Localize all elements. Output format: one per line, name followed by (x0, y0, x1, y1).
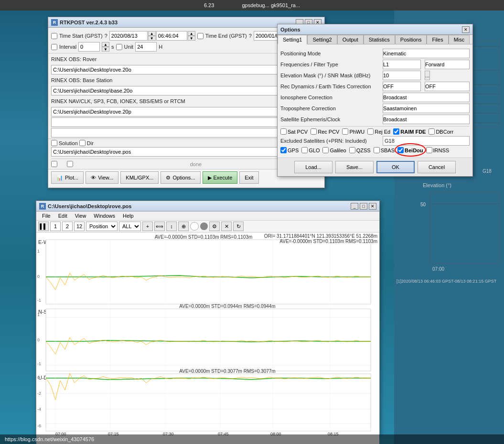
beidou-check[interactable] (397, 147, 404, 153)
plot-minimize[interactable]: _ (351, 203, 358, 210)
frequencies-select[interactable]: L1 (383, 60, 421, 69)
plot-vert-btn[interactable]: ↕ (166, 222, 177, 231)
interval-down[interactable]: ▼ (102, 47, 109, 52)
save-button[interactable]: Save... (335, 161, 374, 173)
menu-view[interactable]: View (71, 212, 90, 220)
earth-tides-select[interactable]: OFF (425, 82, 470, 91)
execute-button[interactable]: ▶ Execute (203, 171, 238, 184)
plot-refresh-btn[interactable]: ↻ (233, 222, 244, 231)
snr-mask-btn[interactable]: ... (425, 71, 430, 80)
plot-dot-btn[interactable] (200, 222, 208, 230)
plot-maximize[interactable]: □ (360, 203, 367, 210)
raimfde-check[interactable] (393, 128, 399, 135)
elevation-mask-select[interactable]: 10 (383, 71, 421, 80)
positioning-mode-select[interactable]: Kinematic (383, 49, 470, 58)
plot-pos-mode[interactable]: Position (86, 222, 118, 231)
tab-files[interactable]: Files (427, 35, 448, 44)
options-button[interactable]: ⚙ Options... (161, 171, 200, 184)
filter-select[interactable]: Forward (425, 60, 470, 69)
rejed-check[interactable] (367, 128, 374, 135)
tab-misc[interactable]: Misc (449, 35, 470, 44)
plot-menubar: File Edit View Windows Help (36, 211, 379, 221)
options-controls[interactable]: ✕ (462, 26, 470, 33)
satellite-ephemeris-select[interactable]: Broadcast (383, 115, 470, 124)
options-close-button[interactable]: ✕ (462, 26, 470, 33)
menu-edit[interactable]: Edit (54, 212, 71, 220)
tab-output[interactable]: Output (337, 35, 364, 44)
plot-circle-btn[interactable] (190, 222, 199, 231)
ionosphere-select[interactable]: Broadcast (383, 93, 470, 102)
plot-num2[interactable] (62, 222, 73, 231)
solution-path[interactable] (51, 147, 310, 157)
time-end-check[interactable] (197, 33, 204, 39)
menu-help[interactable]: Help (119, 212, 138, 220)
plot-num12[interactable] (74, 222, 85, 231)
rec-dynamics-select[interactable]: OFF (383, 82, 421, 91)
phwu-check[interactable] (342, 128, 348, 135)
play-pause-btn[interactable]: ▌▌ (38, 222, 49, 231)
gps-item: GPS (280, 147, 299, 153)
svg-text:AVE=0.0000m STD=0.0944m RMS=0.: AVE=0.0000m STD=0.0944m RMS=0.0944m (179, 304, 275, 309)
galileo-check[interactable] (322, 147, 329, 153)
extra-path5[interactable] (51, 128, 310, 137)
unit-value[interactable] (135, 42, 157, 52)
ionosphere-row: Ionosphere Correction Broadcast (280, 93, 470, 102)
extra-path4[interactable] (51, 117, 310, 127)
time-start-time-up[interactable]: ▲ (188, 31, 195, 36)
rec-pcv-check[interactable] (311, 128, 317, 135)
excluded-satellites-input[interactable] (383, 136, 470, 146)
rinex-rover-path[interactable] (51, 65, 310, 74)
interval-value[interactable] (78, 42, 100, 52)
rinex-nav-path[interactable] (51, 107, 310, 116)
load-button[interactable]: Load... (294, 161, 332, 173)
done-checkbox1[interactable] (51, 161, 57, 167)
interval-check[interactable] (51, 44, 57, 50)
svg-text:0: 0 (37, 375, 40, 380)
menu-file[interactable]: File (38, 212, 54, 220)
plot-all-mode[interactable]: ALL (119, 222, 141, 231)
unit-check[interactable] (116, 44, 122, 50)
irnss-check[interactable] (426, 147, 432, 153)
time-start-check[interactable] (51, 33, 57, 39)
time-start-date[interactable] (109, 31, 148, 41)
rinex-base-path[interactable] (51, 86, 310, 95)
cancel-button[interactable]: Cancel (418, 161, 456, 173)
troposphere-select[interactable]: Saastamoinen (383, 104, 470, 113)
sbas-check[interactable] (374, 147, 380, 153)
plot-add-btn[interactable]: + (142, 222, 153, 231)
plot-button[interactable]: 📊 Plot... (51, 171, 84, 184)
plot-controls[interactable]: _ □ ✕ (351, 203, 376, 210)
tab-setting2[interactable]: Setting2 (307, 35, 337, 44)
exit-button[interactable]: Exit (239, 171, 258, 184)
ok-button[interactable]: OK (376, 161, 415, 173)
time-start-date-down[interactable]: ▼ (148, 36, 156, 41)
glo-check[interactable] (301, 147, 308, 153)
solution-check[interactable] (51, 140, 57, 146)
gps-check[interactable] (280, 147, 287, 153)
sat-pcv-check[interactable] (280, 128, 287, 135)
time-start-time[interactable] (156, 31, 187, 41)
plot-close[interactable]: ✕ (369, 203, 376, 210)
sat-pcv-item: Sat PCV (280, 128, 308, 135)
plot-center-btn[interactable]: ⊕ (178, 222, 189, 231)
qzss-check[interactable] (349, 147, 355, 153)
done-checkbox2[interactable] (67, 161, 73, 167)
plot-settings-btn[interactable]: ⚙ (209, 222, 220, 231)
dbcorr-check[interactable] (429, 128, 435, 135)
plot-nav-btn[interactable]: ⟺ (154, 222, 165, 231)
menu-windows[interactable]: Windows (90, 212, 119, 220)
svg-text:Elevation (°): Elevation (°) (423, 182, 451, 188)
time-start-date-up[interactable]: ▲ (148, 31, 156, 36)
view-button[interactable]: 👁 View... (86, 171, 118, 184)
interval-up[interactable]: ▲ (102, 42, 109, 47)
tab-positions[interactable]: Positions (395, 35, 427, 44)
irnss-item: IRNSS (426, 147, 450, 153)
time-start-time-down[interactable]: ▼ (188, 36, 195, 41)
plot-num1[interactable] (50, 222, 61, 231)
plot-x-btn[interactable]: ✕ (221, 222, 232, 231)
kmlgpx-button[interactable]: KML/GPX... (120, 171, 159, 184)
tab-statistics[interactable]: Statistics (364, 35, 395, 44)
dir-check[interactable] (79, 140, 86, 146)
options-title: Options (280, 27, 300, 32)
tab-setting1[interactable]: Setting1 (278, 35, 307, 44)
